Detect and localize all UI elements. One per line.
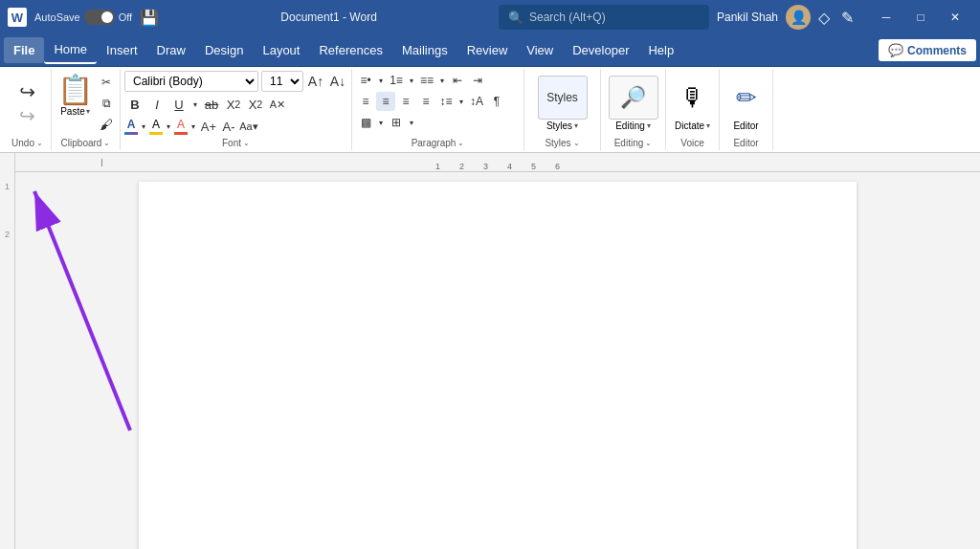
search-icon: 🔍	[508, 11, 523, 25]
copy-button[interactable]: ⧉	[97, 94, 116, 113]
increase-indent-button[interactable]: ⇥	[468, 71, 487, 90]
menu-file[interactable]: File	[4, 37, 44, 63]
minimize-button[interactable]: ─	[869, 0, 903, 34]
editor-button[interactable]: ✏ Editor	[725, 77, 768, 131]
strikethrough-button[interactable]: ab	[201, 94, 222, 115]
editing-expand-icon[interactable]: ⌄	[645, 139, 652, 147]
font-expand-icon[interactable]: ⌄	[243, 139, 250, 147]
show-marks-button[interactable]: ¶	[487, 92, 506, 111]
bullets-dropdown[interactable]: ▾	[376, 71, 386, 90]
menu-insert[interactable]: Insert	[97, 37, 147, 63]
menu-references[interactable]: References	[309, 37, 391, 63]
editing-label: Editing ⌄	[614, 136, 653, 148]
format-painter-button[interactable]: 🖌	[97, 115, 116, 134]
text-effects-dropdown[interactable]: ▾	[139, 117, 148, 136]
editing-group: 🔎 Editing ▾ Editing ⌄	[601, 69, 666, 150]
menu-review[interactable]: Review	[457, 37, 518, 63]
pen-icon[interactable]: ✎	[841, 9, 854, 27]
editing-button[interactable]: 🔎 Editing ▾	[609, 76, 658, 131]
document-page[interactable]	[139, 182, 857, 549]
maximize-button[interactable]: □	[903, 0, 938, 34]
superscript-button[interactable]: X2	[245, 94, 266, 115]
dictate-label: Dictate	[675, 121, 704, 131]
title-bar-icons: ◇ ✎	[818, 9, 854, 27]
shading-button[interactable]: ▩	[356, 113, 375, 132]
styles-group: Styles Styles ▾ Styles ⌄	[524, 69, 601, 150]
highlight-dropdown[interactable]: ▾	[164, 117, 173, 136]
underline-button[interactable]: U	[168, 94, 189, 115]
editing-text: Editing	[615, 121, 645, 131]
line-spacing-button[interactable]: ↕≡	[436, 92, 456, 111]
search-input[interactable]	[529, 11, 682, 24]
increase-font-button[interactable]: A↑	[306, 72, 325, 91]
menu-home[interactable]: Home	[44, 36, 97, 64]
align-right-button[interactable]: ≡	[396, 92, 415, 111]
decrease-font-button[interactable]: A↓	[328, 72, 347, 91]
cut-button[interactable]: ✂	[97, 73, 116, 92]
paragraph-label: Paragraph ⌄	[356, 136, 520, 148]
diamond-icon[interactable]: ◇	[818, 9, 830, 27]
user-avatar[interactable]: 👤	[786, 5, 811, 30]
font-group: Calibri (Body) 11 A↑ A↓ B I U	[121, 69, 352, 150]
styles-group-label: Styles ⌄	[545, 136, 579, 148]
menu-help[interactable]: Help	[638, 37, 683, 63]
menu-design[interactable]: Design	[195, 37, 253, 63]
styles-expand-icon[interactable]: ⌄	[573, 139, 580, 147]
close-button[interactable]: ✕	[938, 0, 972, 34]
scroll-area[interactable]	[15, 172, 980, 549]
bold-button[interactable]: B	[124, 94, 145, 115]
comments-button[interactable]: 💬 Comments	[879, 39, 976, 61]
autosave-toggle[interactable]	[84, 10, 115, 25]
align-center-button[interactable]: ≡	[376, 92, 395, 111]
undo-expand-icon[interactable]: ⌄	[36, 139, 43, 147]
font-size-dec2[interactable]: A-	[219, 117, 238, 136]
bullets-button[interactable]: ≡•	[356, 71, 375, 90]
numbering-button[interactable]: 1≡	[387, 71, 406, 90]
borders-button[interactable]: ⊞	[387, 113, 406, 132]
font-color-button[interactable]: A	[174, 118, 188, 135]
paragraph-expand-icon[interactable]: ⌄	[457, 139, 464, 147]
highlight-color-button[interactable]: A	[149, 118, 163, 135]
clipboard-expand-icon[interactable]: ⌄	[103, 139, 110, 147]
styles-button[interactable]: Styles Styles ▾	[538, 76, 588, 131]
font-label: Font ⌄	[124, 136, 347, 148]
underline-dropdown[interactable]: ▾	[190, 95, 200, 114]
undo-button[interactable]: ↩	[11, 80, 45, 103]
multilevel-dropdown[interactable]: ▾	[437, 71, 447, 90]
dictate-button[interactable]: 🎙 Dictate ▾	[672, 77, 714, 131]
text-effects-button[interactable]: A	[124, 118, 138, 135]
redo-button[interactable]: ↪	[11, 104, 45, 127]
menu-view[interactable]: View	[517, 37, 563, 63]
editing-dropdown-icon[interactable]: ▾	[647, 121, 651, 130]
clear-format-button[interactable]: A✕	[267, 94, 288, 115]
shading-dropdown[interactable]: ▾	[376, 113, 386, 132]
font-size-inc2[interactable]: A+	[199, 117, 218, 136]
sort-button[interactable]: ↕A	[467, 92, 486, 111]
subscript-button[interactable]: X2	[223, 94, 244, 115]
paragraph-group: ≡• ▾ 1≡ ▾ ≡≡ ▾ ⇤ ⇥ ≡ ≡ ≡ ≡ ↕≡ ▾ ↕	[352, 69, 524, 150]
multilevel-list-button[interactable]: ≡≡	[417, 71, 436, 90]
save-button[interactable]: 💾	[140, 9, 159, 27]
font-name-select[interactable]: Calibri (Body)	[124, 71, 258, 92]
search-bar[interactable]: 🔍	[499, 5, 709, 30]
menu-mailings[interactable]: Mailings	[392, 37, 457, 63]
menu-developer[interactable]: Developer	[563, 37, 638, 63]
decrease-indent-button[interactable]: ⇤	[448, 71, 467, 90]
font-color-dropdown[interactable]: ▾	[189, 117, 198, 136]
line-spacing-dropdown[interactable]: ▾	[457, 92, 466, 111]
font-size-select[interactable]: 11	[261, 71, 303, 92]
paste-button[interactable]: 📋 Paste ▾	[56, 71, 95, 119]
align-left-button[interactable]: ≡	[356, 92, 375, 111]
change-case-button[interactable]: Aa▾	[239, 117, 258, 136]
menu-layout[interactable]: Layout	[253, 37, 309, 63]
menu-draw[interactable]: Draw	[147, 37, 195, 63]
top-ruler: 1 2 3 4 5 6	[15, 153, 980, 172]
borders-dropdown[interactable]: ▾	[407, 113, 416, 132]
editor-group: ✏ Editor Editor	[720, 69, 773, 150]
numbering-dropdown[interactable]: ▾	[407, 71, 416, 90]
dictate-dropdown-icon[interactable]: ▾	[706, 121, 710, 130]
justify-button[interactable]: ≡	[416, 92, 435, 111]
paste-dropdown-icon[interactable]: ▾	[86, 107, 90, 116]
italic-button[interactable]: I	[146, 94, 167, 115]
styles-dropdown-icon[interactable]: ▾	[574, 121, 578, 130]
